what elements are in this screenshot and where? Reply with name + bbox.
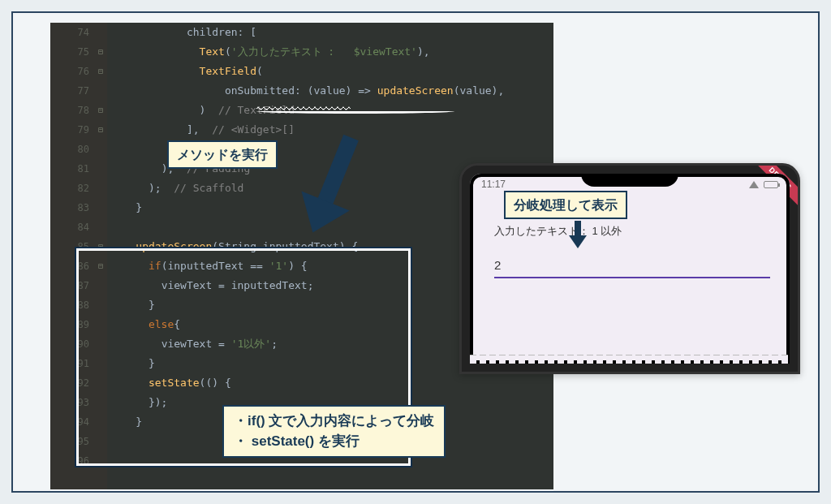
code-text: viewText =	[161, 338, 231, 350]
code-text: );	[149, 182, 174, 194]
line-number: 94	[50, 412, 89, 432]
battery-icon	[764, 181, 778, 188]
line-number: 89	[50, 315, 89, 334]
line-number: 79	[50, 120, 89, 140]
torn-edge-decoration	[470, 355, 790, 364]
code-text: Text	[200, 45, 225, 58]
phone-result-label: 入力したテキスト： 1 以外	[494, 224, 770, 239]
callout-branch-display: 分岐処理して表示	[504, 191, 627, 219]
line-number: 92	[50, 373, 89, 393]
code-text: '1'	[269, 260, 288, 272]
code-text: TextField	[200, 65, 256, 77]
fold-marker[interactable]	[94, 23, 107, 42]
fold-marker[interactable]: ⊟	[94, 101, 107, 120]
line-number: 83	[50, 198, 89, 218]
signal-icon	[749, 181, 759, 188]
line-number: 95	[50, 432, 89, 451]
code-keyword: else	[149, 318, 174, 330]
code-text: ;	[271, 338, 278, 350]
code-text: }	[149, 299, 155, 311]
code-text: });	[149, 396, 167, 408]
callout-if-setstate-note: ・if() 文で入力内容によって分岐 ・ setState() を実行	[222, 405, 446, 458]
line-number: 81	[50, 159, 89, 179]
line-number: 80	[50, 140, 89, 159]
fold-marker[interactable]: ⊟	[94, 237, 107, 256]
line-number: 78	[50, 101, 89, 120]
line-number: 84	[50, 218, 89, 237]
code-text: }	[136, 416, 142, 428]
code-text: (	[256, 65, 263, 77]
line-number: 93	[50, 393, 89, 412]
phone-notch	[581, 174, 678, 187]
code-text: (value),	[454, 84, 505, 97]
diagram-frame: 74 75 76 77 78 79 80 81 82 83 84 85 86 8…	[11, 11, 820, 493]
line-number: 91	[50, 354, 89, 373]
line-number: 90	[50, 334, 89, 354]
line-number: 82	[50, 179, 89, 198]
code-text: viewText = inputtedText;	[161, 279, 314, 291]
fold-marker[interactable]: ⊟	[94, 256, 107, 276]
code-text: setState	[149, 377, 200, 389]
line-number: 87	[50, 276, 89, 295]
code-text: ],	[187, 123, 212, 136]
phone-clock: 11:17	[481, 179, 506, 190]
code-text: children: [	[187, 26, 256, 38]
fold-marker[interactable]: ⊟	[94, 120, 107, 140]
code-text: (inputtedText ==	[161, 260, 269, 272]
line-number: 86	[50, 256, 89, 276]
code-comment: // <Widget>[]	[212, 123, 295, 136]
code-text: (	[225, 45, 231, 58]
fold-column: ⊟ ⊟ ⊟ ⊟ ⊟ ⊟	[94, 23, 107, 489]
line-number: 96	[50, 451, 89, 471]
arrow-to-phone-result	[569, 221, 587, 248]
code-text: '入力したテキスト : $viewText'	[231, 45, 417, 58]
code-text: {	[174, 318, 180, 330]
code-text: }	[149, 357, 155, 369]
code-keyword: if	[149, 260, 161, 272]
phone-text-input[interactable]	[494, 256, 770, 278]
code-text: }	[136, 201, 142, 213]
line-number: 77	[50, 81, 89, 101]
fold-marker[interactable]: ⊟	[94, 62, 107, 81]
code-text: (() {	[200, 377, 231, 389]
code-text: ),	[417, 45, 430, 58]
line-number: 88	[50, 295, 89, 315]
fold-marker[interactable]: ⊟	[94, 42, 107, 62]
code-text: onSubmitted: (value) =>	[225, 84, 377, 97]
phone-status-icons	[749, 181, 778, 188]
code-text: ) {	[288, 260, 307, 272]
code-text: updateScreen	[136, 240, 212, 252]
line-number: 75	[50, 42, 89, 62]
callout-method-execute: メソッドを実行	[167, 140, 278, 169]
line-number: 76	[50, 62, 89, 81]
line-number: 74	[50, 23, 89, 42]
wavy-underline-annotation	[256, 109, 454, 114]
line-number-gutter: 74 75 76 77 78 79 80 81 82 83 84 85 86 8…	[50, 23, 94, 489]
code-comment: // Scaffold	[174, 182, 243, 194]
code-text: )	[200, 104, 218, 116]
code-text: '1以外'	[231, 338, 271, 350]
line-number: 85	[50, 237, 89, 256]
code-text: updateScreen	[377, 84, 454, 97]
